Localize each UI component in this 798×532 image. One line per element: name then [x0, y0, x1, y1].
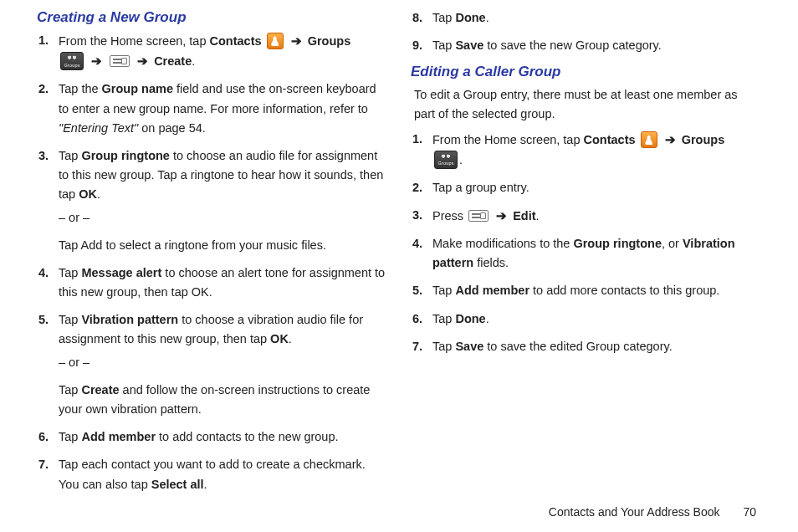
step-1: From the Home screen, tap Contacts ➔ Gro… — [432, 130, 761, 169]
step-4: Make modifications to the Group ringtone… — [432, 234, 761, 273]
text: . — [97, 187, 100, 201]
step-5: Tap Vibration pattern to choose a vibrat… — [59, 310, 387, 419]
dot: . — [192, 54, 195, 68]
bold: Save — [455, 340, 483, 353]
intro-text: To edit a Group entry, there must be at … — [414, 85, 761, 123]
text: . — [536, 209, 540, 223]
page-number: 70 — [743, 505, 756, 519]
step-1: From the Home screen, tap Contacts ➔ Gro… — [59, 31, 387, 71]
page-columns: Creating a New Group From the Home scree… — [37, 8, 761, 503]
sub-text: Tap Add to select a ringtone from your m… — [59, 236, 387, 255]
groups-icon — [434, 151, 458, 169]
text: Tap — [432, 38, 455, 52]
text: Tap — [59, 430, 81, 443]
arrow-icon: ➔ — [665, 130, 676, 150]
text: . — [486, 11, 489, 24]
text: . — [204, 478, 207, 491]
contacts-icon — [641, 131, 657, 148]
text: From the Home screen, tap — [432, 133, 584, 146]
bold: Add member — [455, 284, 529, 297]
menu-icon — [110, 55, 130, 67]
bold: Vibration pattern — [81, 313, 178, 326]
bold: OK — [270, 332, 289, 345]
groups-label: Groups — [308, 34, 351, 48]
step-2: Tap the Group name field and use the on-… — [59, 79, 387, 138]
arrow-icon: ➔ — [137, 51, 148, 71]
footer-section: Contacts and Your Address Book — [549, 505, 720, 519]
bold: Group ringtone — [81, 149, 170, 162]
step-3: Tap Group ringtone to choose an audio fi… — [59, 146, 387, 255]
text: . — [486, 312, 489, 325]
bold: Group ringtone — [573, 237, 662, 250]
create-label: Create — [154, 54, 192, 68]
text: to add contacts to the new group. — [156, 430, 338, 443]
text: Make modifications to the — [432, 237, 573, 250]
step-7: Tap each contact you want to add to crea… — [59, 455, 387, 494]
step-6: Tap Add member to add contacts to the ne… — [59, 427, 387, 447]
left-column: Creating a New Group From the Home scree… — [37, 8, 387, 503]
step-8: Tap Done. — [432, 8, 761, 28]
groups-icon — [60, 52, 84, 70]
bold: Edit — [513, 209, 535, 223]
text: Press — [432, 209, 467, 223]
text: Tap — [59, 149, 81, 162]
heading-creating-new-group: Creating a New Group — [37, 9, 387, 26]
text: From the Home screen, tap — [59, 34, 210, 48]
step-4: Tap Message alert to choose an alert ton… — [59, 263, 387, 302]
text: Tap — [432, 312, 455, 325]
bold: OK — [79, 187, 97, 201]
arrow-icon: ➔ — [91, 51, 102, 71]
text: Tap — [59, 383, 81, 396]
text: , or — [662, 237, 683, 250]
step-3: Press ➔ Edit. — [432, 206, 761, 226]
text: Tap the — [59, 82, 102, 95]
or-divider: – or – — [59, 353, 387, 372]
sub-text: Tap Create and follow the on-screen inst… — [59, 381, 387, 419]
text: Tap each contact you want to add to crea… — [59, 458, 366, 490]
text: to add more contacts to this group. — [529, 284, 719, 297]
contacts-label: Contacts — [210, 34, 262, 48]
step-9: Tap Save to save the new Group category. — [432, 36, 761, 55]
step-2: Tap a group entry. — [432, 178, 761, 197]
text: to save the new Group category. — [483, 38, 662, 52]
step-5: Tap Add member to add more contacts to t… — [432, 281, 761, 300]
text: fields. — [473, 256, 509, 269]
page-footer: Contacts and Your Address Book 70 — [549, 505, 756, 519]
or-divider: – or – — [59, 208, 387, 228]
text: Tap a group entry. — [432, 181, 529, 194]
step-6: Tap Done. — [432, 309, 761, 329]
bold: Add member — [81, 430, 156, 443]
bold: Group name — [102, 82, 173, 95]
text: Tap — [59, 266, 81, 279]
arrow-icon: ➔ — [291, 31, 302, 51]
contacts-icon — [267, 33, 284, 49]
italic: "Entering Text" — [59, 121, 138, 135]
dot: . — [459, 153, 463, 166]
bold: Message alert — [81, 266, 161, 279]
right-column: Tap Done. Tap Save to save the new Group… — [411, 8, 761, 503]
step-7: Tap Save to save the edited Group catego… — [432, 337, 761, 356]
creating-steps-cont: Tap Done. Tap Save to save the new Group… — [411, 8, 761, 55]
text: to save the edited Group category. — [483, 340, 672, 353]
bold: Save — [455, 38, 483, 52]
creating-steps: From the Home screen, tap Contacts ➔ Gro… — [37, 31, 387, 494]
editing-steps: From the Home screen, tap Contacts ➔ Gro… — [411, 130, 761, 356]
text: on page 54. — [138, 121, 206, 135]
text: Tap — [432, 284, 455, 297]
heading-editing-caller-group: Editing a Caller Group — [411, 64, 761, 80]
arrow-icon: ➔ — [496, 206, 507, 226]
bold: Create — [81, 383, 119, 396]
bold: Done — [455, 11, 485, 24]
text: . — [289, 332, 292, 345]
groups-label: Groups — [682, 133, 725, 146]
text: Tap — [432, 340, 455, 353]
contacts-label: Contacts — [584, 133, 636, 146]
bold: Select all — [151, 478, 204, 491]
menu-icon — [468, 210, 489, 222]
text: Tap — [59, 313, 81, 326]
bold: Done — [455, 312, 485, 325]
text: Tap — [432, 11, 455, 24]
